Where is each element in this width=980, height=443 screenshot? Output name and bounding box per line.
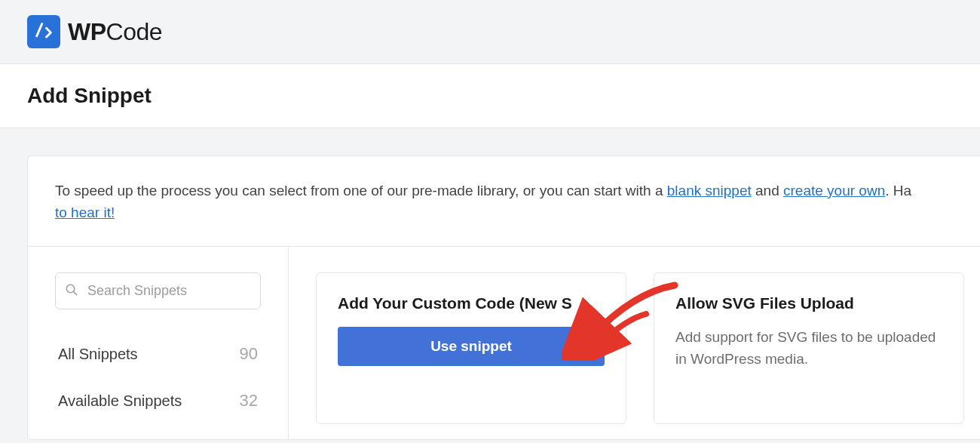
- brand-logo[interactable]: WPCode: [27, 15, 953, 48]
- intro-part1: To speed up the process you can select f…: [55, 183, 667, 198]
- use-snippet-button[interactable]: Use snippet: [338, 327, 605, 366]
- card-title: Add Your Custom Code (New S: [338, 293, 605, 313]
- blank-snippet-link[interactable]: blank snippet: [667, 183, 752, 198]
- sidebar-item-count: 32: [240, 391, 258, 411]
- search-icon: [65, 283, 78, 300]
- title-bar: Add Snippet: [0, 64, 980, 128]
- create-your-own-link[interactable]: create your own: [783, 183, 885, 198]
- category-list: All Snippets 90 Available Snippets 32: [55, 331, 261, 424]
- page-title: Add Snippet: [27, 84, 953, 108]
- search-input[interactable]: [55, 272, 261, 309]
- sidebar-item-count: 90: [240, 344, 258, 364]
- top-bar: WPCode: [0, 0, 980, 64]
- sidebar-item-label: Available Snippets: [58, 392, 182, 410]
- to-hear-it-link[interactable]: to hear it!: [55, 205, 115, 220]
- main-panel: To speed up the process you can select f…: [27, 155, 980, 440]
- sidebar-item-all-snippets[interactable]: All Snippets 90: [55, 331, 261, 377]
- sidebar-item-available-snippets[interactable]: Available Snippets 32: [55, 377, 261, 424]
- brand-name: WPCode: [68, 18, 162, 46]
- card-description: Add support for SVG files to be uploaded…: [675, 327, 942, 370]
- intro-part3: . Ha: [885, 183, 911, 198]
- intro-text: To speed up the process you can select f…: [28, 156, 980, 246]
- wpcode-logo-icon: [27, 15, 60, 48]
- sidebar: All Snippets 90 Available Snippets 32: [28, 247, 289, 439]
- card-allow-svg: Allow SVG Files Upload Add support for S…: [654, 272, 964, 424]
- card-custom-code: Add Your Custom Code (New S Use snippet: [316, 272, 626, 424]
- svg-line-1: [74, 291, 77, 294]
- intro-part2: and: [752, 183, 783, 198]
- cards-area: Add Your Custom Code (New S Use snippet …: [289, 247, 980, 439]
- card-title: Allow SVG Files Upload: [675, 293, 942, 313]
- sidebar-item-label: All Snippets: [58, 346, 138, 363]
